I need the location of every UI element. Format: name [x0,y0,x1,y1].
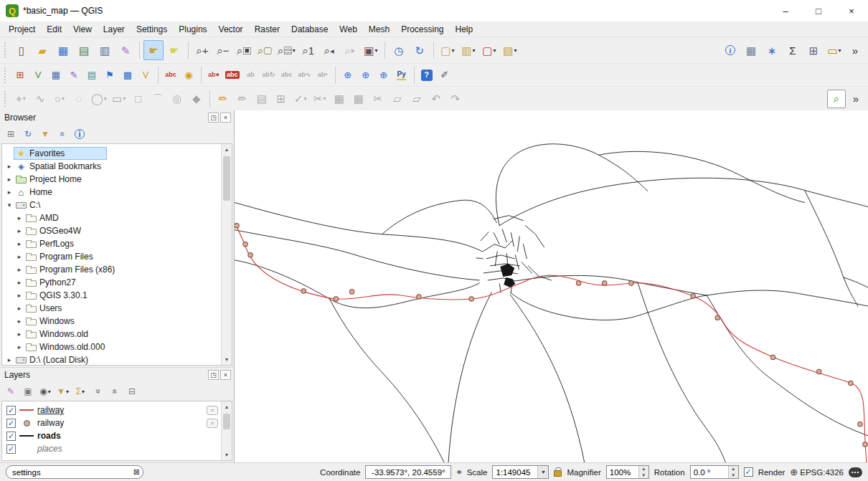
dropdown-arrow-icon[interactable]: ▾ [451,47,454,54]
pan-to-selection-button[interactable]: ☛ [164,40,184,60]
close-button[interactable]: × [835,0,868,22]
dropdown-arrow-icon[interactable]: ▾ [104,95,107,102]
dropdown-arrow-icon[interactable]: ▾ [493,47,496,54]
toolbar-handle[interactable] [4,67,8,83]
processing-toolbox-button[interactable]: ∗ [762,40,782,60]
expander-icon[interactable]: ▾ [5,201,14,209]
zoom-native-button[interactable]: ⌕1 [298,40,319,60]
expander-icon[interactable]: ▸ [15,318,24,325]
osm-place-search-button[interactable]: ⌕ [827,90,846,108]
browser-item-c[interactable]: ▾C:\ [2,199,221,211]
expander-icon[interactable]: ▸ [5,163,14,170]
field-calculator-button[interactable]: ⊞ [803,40,824,60]
open-project-button[interactable]: ▰ [32,40,52,60]
pan-map-button[interactable]: ☛ [143,40,164,60]
browser-item-users[interactable]: ▸Users [2,302,221,315]
new-project-button[interactable]: ▯ [11,40,32,60]
collapse-all-button[interactable]: « [55,126,70,142]
new-geopackage-layer-button[interactable]: ▤ [83,67,100,84]
temporal-controller-button[interactable]: ◷ [389,40,409,60]
scroll-thumb[interactable] [223,156,230,201]
menu-help[interactable]: Help [450,23,479,36]
locator-search[interactable]: ⊠ [6,465,143,479]
menu-database[interactable]: Database [286,23,334,36]
expander-icon[interactable]: ▸ [5,176,14,183]
scroll-down-icon[interactable]: ▼ [222,449,232,460]
scale-lock-icon[interactable] [554,470,562,477]
collapse-all-layers-button[interactable]: « [107,384,123,399]
dropdown-arrow-icon[interactable]: ▾ [62,95,65,102]
browser-item-spatial-bookmarks[interactable]: ▸Spatial Bookmarks [2,160,221,173]
expander-icon[interactable]: ▸ [15,266,24,273]
menu-layer[interactable]: Layer [98,23,131,36]
scroll-down-icon[interactable]: ▼ [222,354,232,365]
browser-item-python27[interactable]: ▸Python27 [2,276,221,289]
expand-all-button[interactable]: « [90,384,105,399]
dropdown-arrow-icon[interactable]: ▾ [514,47,516,54]
browser-item-d-local-disk[interactable]: ▸D:\ (Local Disk) [2,353,221,365]
spin-up-icon[interactable]: ▲ [729,466,738,472]
expander-icon[interactable]: ▸ [5,189,14,196]
layer-label[interactable]: places [37,444,62,454]
add-group-button[interactable]: ▣ [20,384,36,399]
zoom-to-selection-button[interactable]: ⌕▢ [255,40,275,60]
open-attribute-table-button[interactable]: ▦ [741,40,761,60]
spin-down-icon[interactable]: ▼ [639,472,648,479]
render-checkbox[interactable]: ✓ [744,467,753,477]
menu-processing[interactable]: Processing [395,23,449,36]
layer-checkbox[interactable]: ✓ [6,444,16,454]
layer-row-roads[interactable]: ✓roads [2,429,221,442]
remove-layer-button[interactable]: ⊟ [124,384,140,399]
scroll-up-icon[interactable]: ▲ [222,144,232,155]
coordinate-input[interactable] [366,468,450,477]
metasearch-catalog-button[interactable]: ⊕ [339,67,357,84]
browser-item-qgis-3-30-1[interactable]: ▸QGIS 3.30.1 [2,289,221,302]
browser-item-program-files-x86[interactable]: ▸Program Files (x86) [2,263,221,276]
expander-icon[interactable]: ▸ [15,214,24,222]
browser-float-button[interactable]: ◳ [208,113,219,123]
expander-icon[interactable]: ▸ [15,343,24,351]
zoom-to-layer-button[interactable]: ⌕▤▾ [275,40,298,60]
select-by-value-button[interactable]: ▥▾ [458,40,478,60]
spin-down-icon[interactable]: ▼ [729,472,738,479]
data-source-manager-button[interactable]: ⊞ [11,67,29,84]
layer-row-places[interactable]: ✓places [2,442,221,455]
add-selected-layers-button[interactable]: ⊞ [3,126,19,142]
scale-input[interactable] [493,468,537,477]
refresh-map-button[interactable]: ↻ [410,40,430,60]
python-console-button[interactable]: Py [393,67,410,84]
locator-search-input[interactable] [12,468,133,477]
statistical-summary-button[interactable]: Σ [783,40,803,60]
digitize-pencil-button[interactable]: ✏ [214,90,232,108]
dropdown-arrow-icon[interactable]: ▾ [123,95,126,102]
layer-checkbox[interactable]: ✓ [6,419,16,428]
browser-item-perflogs[interactable]: ▸PerfLogs [2,237,221,250]
deselect-features-button[interactable]: ▢▾ [479,40,499,60]
metasearch-settings-button[interactable]: ⊕ [375,67,392,84]
pin-labels-button[interactable]: ab● [205,67,222,84]
rotation-input[interactable] [691,468,728,477]
dropdown-arrow-icon[interactable]: ▾ [839,47,841,54]
add-raster-layer-button[interactable]: ▦ [47,67,65,84]
new-virtual-layer-button[interactable]: ⚑ [101,67,118,84]
expander-icon[interactable]: ▸ [15,279,24,286]
layers-close-button[interactable]: × [220,370,231,380]
expander-icon[interactable]: ▸ [15,292,24,299]
layer-row-railway[interactable]: ✓railway≈ [2,404,221,416]
dropdown-arrow-icon[interactable]: ▾ [293,47,296,54]
menu-web[interactable]: Web [334,23,362,36]
browser-item-windows-old[interactable]: ▸Windows.old [2,328,221,340]
messages-icon[interactable]: ••• [849,467,862,477]
zoom-in-button[interactable]: ⌕+ [192,40,212,60]
scroll-thumb[interactable] [223,414,230,429]
layer-diagram-button[interactable]: ◉ [180,67,197,84]
menu-edit[interactable]: Edit [41,23,67,36]
browser-close-button[interactable]: × [220,113,231,123]
minimize-button[interactable]: – [769,0,802,22]
browser-properties-button[interactable]: i [72,126,88,142]
magnifier-input[interactable] [607,468,638,477]
filter-by-expression-button[interactable]: Σ▾ [72,384,88,399]
spin-up-icon[interactable]: ▲ [639,466,648,472]
add-xyz-layer-button[interactable]: V [137,67,154,84]
style-manager-button[interactable]: ✎ [115,40,136,60]
